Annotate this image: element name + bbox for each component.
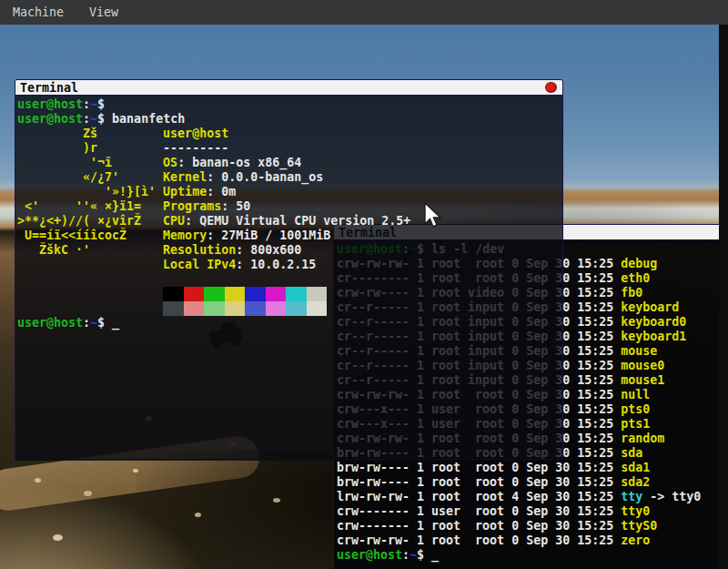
terminal-line: '¬ï OS: banan-os x86_64: [17, 156, 562, 170]
terminal-line: lrw-rw-rw- 1 root root 4 Sep 30 15:25 tt…: [337, 490, 727, 504]
text-segment: ~: [90, 112, 97, 126]
menu-machine[interactable]: Machine: [0, 0, 76, 25]
terminal1-content[interactable]: user@host:~$user@host:~$ bananfetch Zš u…: [15, 96, 562, 461]
wallpaper-rock: [133, 469, 138, 472]
text-segment: mouse0: [621, 359, 664, 372]
text-segment: brw-rw---- 1 root root 0 Sep 30 15:25: [337, 475, 621, 489]
palette-swatch: [245, 301, 266, 316]
palette-swatch: [245, 287, 266, 301]
terminal-line: Local IPv4: 10.0.2.15: [17, 258, 562, 272]
text-segment: zero: [621, 533, 650, 547]
palette-swatch: [225, 287, 246, 301]
terminal-line: >**¿<+)//( ×¿vîrŽ CPU: QEMU Virtual CPU …: [17, 214, 562, 229]
text-segment: : QEMU Virtual CPU version 2.5+: [185, 214, 410, 228]
palette-swatch: [286, 287, 307, 301]
text-segment: debug: [621, 257, 657, 270]
text-segment: tty: [621, 490, 642, 503]
text-segment: user@host: [337, 548, 402, 562]
palette-swatch: [225, 301, 246, 316]
palette-swatch: [307, 301, 328, 316]
terminal-window-bananfetch: Terminal user@host:~$user@host:~$ bananf…: [15, 79, 563, 460]
terminal-line: [17, 272, 562, 287]
text-segment: :: [402, 548, 410, 562]
terminal-line: [17, 447, 562, 461]
text-segment: )r: [17, 141, 163, 155]
text-segment: ~: [90, 316, 97, 330]
text-segment: pts0: [621, 402, 650, 416]
terminal1-title: Terminal: [20, 81, 78, 95]
text-segment: user@host: [17, 112, 83, 126]
terminal-line: user@host:~$: [17, 97, 562, 112]
text-segment: crw-rw-rw- 1 root root 0 Sep 30 15:25: [337, 533, 621, 547]
menu-view[interactable]: View: [76, 0, 131, 25]
text-segment: brw-rw---- 1 root root 0 Sep 30 15:25: [337, 461, 621, 474]
wallpaper-rock: [84, 491, 92, 496]
text-segment: '»!}[ì' Uptime: [17, 185, 207, 198]
text-segment: pts1: [621, 417, 650, 431]
text-segment: ~: [410, 548, 417, 562]
terminal-line: [17, 374, 562, 389]
text-segment: mouse: [621, 344, 657, 358]
terminal-line: <' ''« ×}ï1= Programs: 50: [17, 199, 562, 214]
text-segment: lrw-rw-rw- 1 root root 4 Sep 30 15:25: [337, 490, 621, 503]
terminal-line: crw------- 1 root root 0 Sep 30 15:25 tt…: [337, 519, 727, 533]
palette-swatch: [163, 287, 184, 301]
terminal-cursor: _: [112, 316, 119, 330]
text-segment: eth0: [621, 271, 650, 285]
text-segment: '¬ï OS: [17, 156, 177, 169]
text-segment: crw------- 1 root root 0 Sep 30 15:25: [337, 519, 621, 533]
text-segment: mouse1: [621, 373, 664, 387]
terminal1-titlebar[interactable]: Terminal: [15, 80, 562, 96]
text-segment: : 0m: [207, 185, 236, 198]
terminal-line: Zš user@host: [17, 127, 562, 141]
wallpaper-sand-patch: [0, 487, 218, 569]
terminal-line: U==íï<<ííîcocŽ Memory: 27MiB / 1001MiB: [17, 229, 562, 243]
terminal-line: [17, 389, 562, 403]
wallpaper-rock: [273, 498, 280, 503]
terminal-line: [17, 360, 562, 374]
terminal-line: brw-rw---- 1 root root 0 Sep 30 15:25 sd…: [337, 475, 727, 490]
terminal-line: user@host:~$ _: [337, 548, 727, 563]
palette-swatch: [307, 287, 328, 301]
text-segment: U==íï<<ííîcocŽ Memory: [17, 229, 207, 242]
text-segment: >**¿<+)//( ×¿vîrŽ CPU: [17, 214, 185, 228]
text-segment: tty0: [621, 504, 650, 518]
palette-swatch: [184, 301, 205, 316]
text-segment: :: [83, 112, 90, 126]
palette-swatch: [204, 287, 225, 301]
text-segment: crw------- 1 user root 0 Sep 30 15:25: [337, 504, 621, 518]
text-segment: null: [621, 388, 650, 401]
palette-swatch: [204, 301, 225, 316]
text-segment: ŽškC ·' Resolution: [17, 243, 236, 257]
terminal-line: [17, 301, 562, 316]
text-segment: Local IPv4: [17, 258, 236, 271]
wallpaper-rock: [195, 513, 201, 517]
color-palette-row: [163, 301, 327, 316]
terminal-line: user@host:~$ bananfetch: [17, 112, 562, 127]
text-segment: -> tty0: [642, 490, 701, 503]
screen-edge-strip: [719, 25, 728, 569]
text-segment: Zš user@host: [17, 127, 228, 140]
text-segment: keyboard1: [621, 330, 686, 343]
terminal-cursor: _: [431, 548, 439, 562]
close-button-icon[interactable]: [545, 82, 557, 93]
text-segment: keyboard0: [621, 315, 686, 329]
terminal-line: crw-rw-rw- 1 root root 0 Sep 30 15:25 ze…: [337, 533, 727, 548]
terminal-line: «/¿7' Kernel: 0.0.0-banan_os: [17, 170, 562, 185]
palette-swatch: [266, 301, 287, 316]
color-palette-row: [163, 287, 327, 301]
palette-swatch: [266, 287, 287, 301]
wallpaper-rock: [53, 534, 63, 541]
text-segment: : 0.0.0-banan_os: [207, 170, 323, 184]
terminal-line: [17, 418, 562, 432]
vm-menubar: Machine View: [0, 0, 728, 25]
palette-swatch: [184, 287, 205, 301]
text-segment: : 27MiB / 1001MiB: [207, 229, 330, 242]
text-segment: : 50: [221, 199, 250, 213]
terminal-line: )r ---------: [17, 141, 562, 156]
terminal-line: [17, 330, 562, 345]
terminal-line: '»!}[ì' Uptime: 0m: [17, 185, 562, 199]
mouse-pointer-icon: [424, 202, 446, 231]
wallpaper-rock: [35, 478, 41, 483]
text-segment: :: [83, 97, 90, 111]
